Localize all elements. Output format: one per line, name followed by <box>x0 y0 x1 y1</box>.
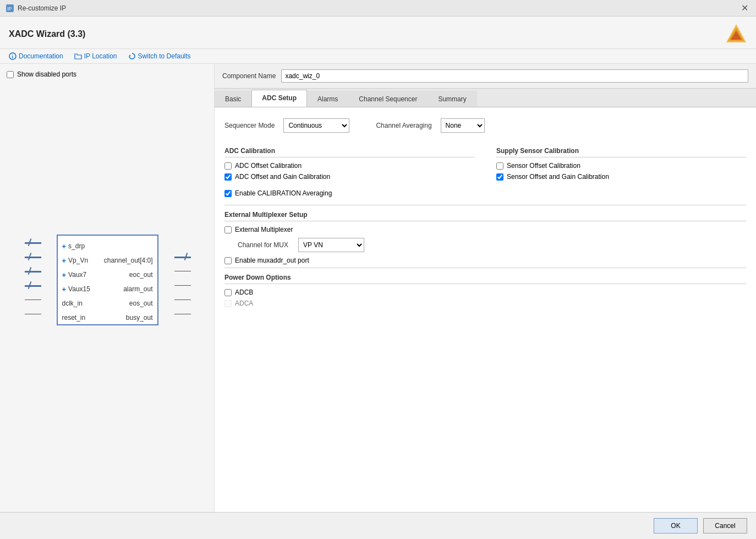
documentation-label: Documentation <box>19 52 63 60</box>
sensor-offset-calibration-checkbox[interactable] <box>496 162 503 170</box>
power-down-section: Power Down Options ADCB ADCA <box>224 274 746 307</box>
documentation-link[interactable]: i Documentation <box>9 52 63 60</box>
left-panel: Show disabled ports <box>0 64 215 512</box>
adca-label: ADCA <box>235 300 253 307</box>
adc-calibration-header: ADC Calibration <box>224 147 474 157</box>
ip-location-label: IP Location <box>84 52 117 60</box>
port-vp-vn: + Vp_Vn <box>62 257 89 265</box>
tab-content-adc-setup: Sequencer Mode Continuous Default Single… <box>215 107 756 512</box>
tab-adc-setup[interactable]: ADC Setup <box>251 90 307 107</box>
enable-muxaddr-out-port-checkbox[interactable] <box>224 257 232 264</box>
channel-for-mux-label: Channel for MUX <box>238 241 288 249</box>
adc-offset-gain-calibration-checkbox[interactable] <box>224 173 232 181</box>
adcb-label[interactable]: ADCB <box>235 288 253 296</box>
channel-averaging-row: Channel Averaging None 16 64 256 <box>376 118 484 133</box>
supply-sensor-calibration-col: Supply Sensor Calibration Sensor Offset … <box>496 141 746 184</box>
component-name-row: Component Name <box>215 64 756 89</box>
divider-1 <box>224 205 746 205</box>
port-vaux7: + Vaux7 <box>62 271 87 279</box>
adc-offset-calibration-label[interactable]: ADC Offset Calibration <box>235 162 302 170</box>
adcb-row: ADCB <box>224 288 746 296</box>
port-s-drp: + s_drp <box>62 242 85 251</box>
tab-channel-sequencer[interactable]: Channel Sequencer <box>348 91 428 107</box>
tab-alarms[interactable]: Alarms <box>307 91 348 107</box>
title-bar-content: IP Re-customize IP <box>6 4 66 13</box>
component-box: + s_drp + Vp_Vn channel_out[4:0] <box>57 235 158 325</box>
app-title: XADC Wizard (3.3) <box>9 29 85 39</box>
component-name-label: Component Name <box>222 72 276 80</box>
app-icon: IP <box>6 4 14 13</box>
port-dclk-in: dclk_in <box>62 300 83 307</box>
port-reset-in: reset_in <box>62 314 86 322</box>
divider-2 <box>224 268 746 268</box>
adca-checkbox[interactable] <box>224 300 232 307</box>
bottom-bar: OK Cancel <box>0 512 756 539</box>
folder-icon <box>74 52 82 60</box>
show-disabled-ports-checkbox[interactable] <box>7 71 14 78</box>
switch-defaults-link[interactable]: Switch to Defaults <box>128 52 191 60</box>
enable-calibration-averaging-checkbox[interactable] <box>224 190 232 197</box>
external-multiplexer-header: External Multiplexer Setup <box>224 211 746 221</box>
adca-row: ADCA <box>224 300 746 307</box>
vivado-logo <box>725 23 747 45</box>
sequencer-mode-row: Sequencer Mode Continuous Default Single… <box>224 118 354 133</box>
external-multiplexer-label[interactable]: External Multiplexer <box>235 226 293 233</box>
port-vaux15: + Vaux15 <box>62 285 90 293</box>
calibration-section: ADC Calibration ADC Offset Calibration A… <box>224 141 746 184</box>
tab-summary[interactable]: Summary <box>428 91 476 107</box>
sensor-offset-gain-calibration-row: Sensor Offset and Gain Calibration <box>496 173 746 181</box>
channel-for-mux-select[interactable]: VP VN VAUX0 VAUX1 <box>298 238 364 252</box>
ip-location-link[interactable]: IP Location <box>74 52 117 60</box>
adc-offset-gain-calibration-row: ADC Offset and Gain Calibration <box>224 173 474 181</box>
cancel-button[interactable]: Cancel <box>703 518 747 533</box>
refresh-icon <box>128 52 136 60</box>
enable-muxaddr-row: Enable muxaddr_out port <box>224 257 746 264</box>
title-bar: IP Re-customize IP ✕ <box>0 0 756 17</box>
switch-defaults-label: Switch to Defaults <box>138 52 191 60</box>
adc-calibration-col: ADC Calibration ADC Offset Calibration A… <box>224 141 474 184</box>
show-disabled-ports-row: Show disabled ports <box>7 70 207 78</box>
enable-calibration-averaging-label[interactable]: Enable CALIBRATION Averaging <box>235 189 332 197</box>
ok-button[interactable]: OK <box>654 518 698 533</box>
external-multiplexer-row: External Multiplexer <box>224 226 746 233</box>
adc-offset-gain-calibration-label[interactable]: ADC Offset and Gain Calibration <box>235 173 330 181</box>
svg-marker-7 <box>129 55 131 56</box>
right-panel: Component Name Basic ADC Setup Alarms Ch… <box>215 64 756 512</box>
diagram-area: + s_drp + Vp_Vn channel_out[4:0] <box>7 85 207 505</box>
tabs-bar: Basic ADC Setup Alarms Channel Sequencer… <box>215 89 756 107</box>
enable-calibration-averaging-row: Enable CALIBRATION Averaging <box>224 189 746 197</box>
sensor-offset-gain-calibration-label[interactable]: Sensor Offset and Gain Calibration <box>507 173 609 181</box>
sensor-offset-calibration-label[interactable]: Sensor Offset Calibration <box>507 162 580 170</box>
supply-sensor-calibration-header: Supply Sensor Calibration <box>496 147 746 157</box>
external-multiplexer-checkbox[interactable] <box>224 226 232 233</box>
channel-averaging-label: Channel Averaging <box>376 122 431 129</box>
channel-averaging-select[interactable]: None 16 64 256 <box>441 118 485 133</box>
main-window: XADC Wizard (3.3) i Documentation IP Loc… <box>0 17 756 539</box>
enable-muxaddr-out-port-label[interactable]: Enable muxaddr_out port <box>235 257 309 264</box>
sequencer-mode-select[interactable]: Continuous Default Single Channel Simult… <box>283 118 349 133</box>
tab-basic[interactable]: Basic <box>215 91 251 107</box>
show-disabled-ports-label[interactable]: Show disabled ports <box>17 70 76 78</box>
sequencer-mode-label: Sequencer Mode <box>224 122 275 129</box>
app-header: XADC Wizard (3.3) <box>0 17 756 49</box>
svg-text:i: i <box>12 54 14 59</box>
external-multiplexer-section: External Multiplexer Setup External Mult… <box>224 211 746 264</box>
title-bar-label: Re-customize IP <box>18 4 66 12</box>
close-button[interactable]: ✕ <box>739 3 750 13</box>
sensor-offset-calibration-row: Sensor Offset Calibration <box>496 162 746 170</box>
info-icon: i <box>9 52 17 60</box>
channel-for-mux-row: Channel for MUX VP VN VAUX0 VAUX1 <box>238 238 746 252</box>
sensor-offset-gain-calibration-checkbox[interactable] <box>496 173 503 181</box>
component-name-input[interactable] <box>281 69 748 83</box>
svg-text:IP: IP <box>7 6 12 12</box>
adcb-checkbox[interactable] <box>224 289 232 296</box>
adc-offset-calibration-row: ADC Offset Calibration <box>224 162 474 170</box>
adc-offset-calibration-checkbox[interactable] <box>224 162 232 170</box>
power-down-options-header: Power Down Options <box>224 274 746 284</box>
toolbar: i Documentation IP Location Switch to De… <box>0 49 756 64</box>
content-area: Show disabled ports <box>0 64 756 512</box>
